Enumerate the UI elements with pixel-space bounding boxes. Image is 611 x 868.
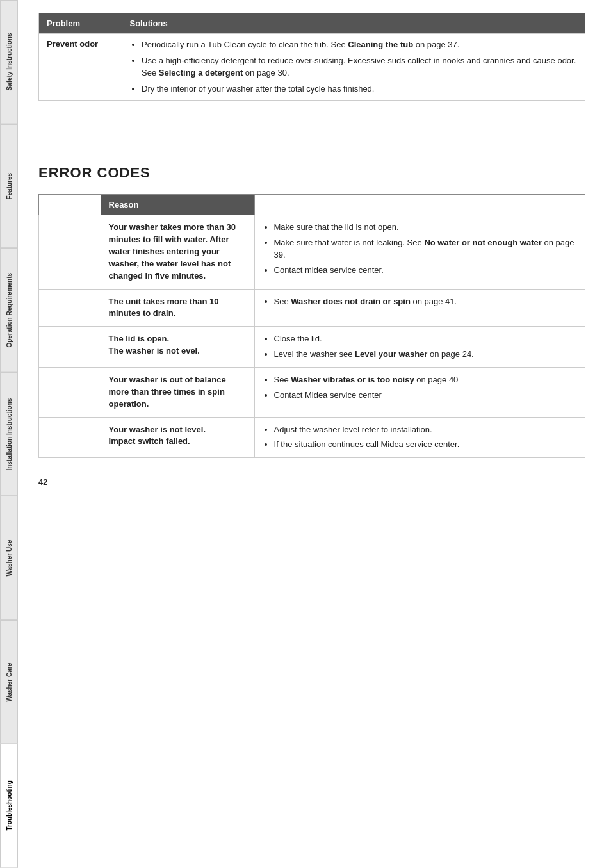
error-reason-5: Your washer is not level.Impact switch f… xyxy=(101,417,254,458)
solutions-header: Solutions xyxy=(122,13,585,34)
error-solutions-5: Adjust the washer level refer to install… xyxy=(254,417,585,458)
list-item: Make sure that the lid is not open. xyxy=(274,222,577,234)
list-item: Make sure that water is not leaking. See… xyxy=(274,237,577,261)
list-item: Level the washer see Level your washer o… xyxy=(274,348,577,361)
description-header: Description xyxy=(39,195,101,215)
error-solutions-4: See Washer vibrates or is too noisy on p… xyxy=(254,367,585,417)
error-description-3 xyxy=(39,327,101,368)
page-number: 42 xyxy=(38,477,585,487)
list-item: See Washer vibrates or is too noisy on p… xyxy=(274,374,577,386)
main-content: Problem Solutions Prevent odor Periodica… xyxy=(19,0,611,512)
list-item: Periodically run a Tub Clean cycle to cl… xyxy=(142,39,577,51)
error-reason-1: Your washer takes more than 30 minutes t… xyxy=(101,215,254,289)
side-tab-features[interactable]: Features xyxy=(0,124,18,249)
list-item: Close the lid. xyxy=(274,333,577,345)
side-tab-troubleshooting[interactable]: Troubleshooting xyxy=(0,744,18,868)
error-solutions-1: Make sure that the lid is not open. Make… xyxy=(254,215,585,289)
error-row-1: Your washer takes more than 30 minutes t… xyxy=(39,215,585,289)
problem-header: Problem xyxy=(39,13,122,34)
side-tab-safety[interactable]: Safety Instructions xyxy=(0,0,18,124)
error-row-2: The unit takes more than 10 minutes to d… xyxy=(39,289,585,327)
list-item: Contact Midea service center xyxy=(274,389,577,402)
error-description-1 xyxy=(39,215,101,289)
list-item: Dry the interior of your washer after th… xyxy=(142,83,577,95)
list-item: Adjust the washer level refer to install… xyxy=(274,424,577,436)
error-solutions-2: See Washer does not drain or spin on pag… xyxy=(254,289,585,327)
error-codes-table: Description Reason Solutions Your washer… xyxy=(38,194,585,458)
error-row-3: The lid is open.The washer is not evel. … xyxy=(39,327,585,368)
error-description-4 xyxy=(39,367,101,417)
problem-solutions-table: Problem Solutions Prevent odor Periodica… xyxy=(38,13,585,101)
error-solutions-3: Close the lid. Level the washer see Leve… xyxy=(254,327,585,368)
side-tab-washer-use[interactable]: Washer Use xyxy=(0,496,18,620)
table-row: Prevent odor Periodically run a Tub Clea… xyxy=(39,34,585,101)
error-row-4: Your washer is out of balance more than … xyxy=(39,367,585,417)
solutions-header-error: Solutions xyxy=(254,195,585,215)
side-tab-washer-care[interactable]: Washer Care xyxy=(0,620,18,744)
problem-cell: Prevent odor xyxy=(39,34,122,101)
error-reason-2: The unit takes more than 10 minutes to d… xyxy=(101,289,254,327)
error-reason-3: The lid is open.The washer is not evel. xyxy=(101,327,254,368)
reason-header: Reason xyxy=(101,195,254,215)
error-description-5 xyxy=(39,417,101,458)
list-item: Use a high-efficiency detergent to reduc… xyxy=(142,55,577,79)
list-item: If the situation continues call Midea se… xyxy=(274,439,577,451)
error-row-5: Your washer is not level.Impact switch f… xyxy=(39,417,585,458)
error-description-2 xyxy=(39,289,101,327)
error-reason-4: Your washer is out of balance more than … xyxy=(101,367,254,417)
list-item: Contact midea service center. xyxy=(274,265,577,277)
section-title: ERROR CODES xyxy=(38,165,585,181)
list-item: See Washer does not drain or spin on pag… xyxy=(274,296,577,308)
side-tab-operation[interactable]: Operation Requirements xyxy=(0,248,18,372)
side-tab-installation[interactable]: Installation Instructions xyxy=(0,372,18,496)
side-tabs: Safety Instructions Features Operation R… xyxy=(0,0,18,868)
solutions-cell: Periodically run a Tub Clean cycle to cl… xyxy=(122,34,585,101)
